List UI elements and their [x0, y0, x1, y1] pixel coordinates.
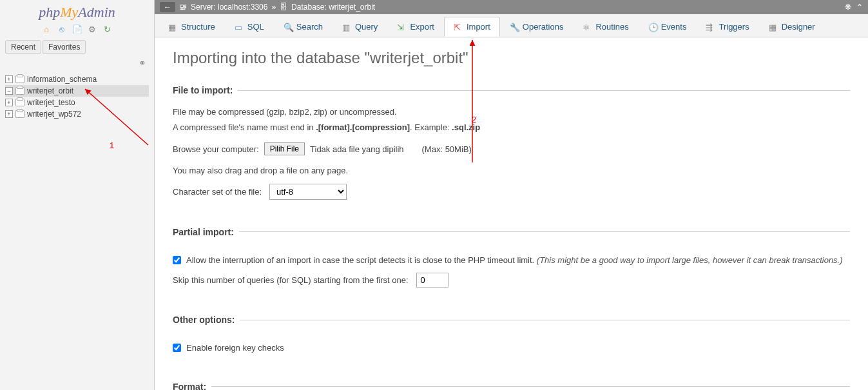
- expand-icon[interactable]: +: [5, 75, 13, 83]
- search-icon: 🔍: [284, 23, 293, 32]
- server-icon: 🖳: [179, 3, 187, 12]
- max-size-label: (Max: 50MiB): [422, 144, 472, 154]
- tab-designer[interactable]: ▦Designer: [759, 17, 825, 37]
- tab-operations[interactable]: 🔧Operations: [500, 17, 574, 37]
- database-icon: [15, 99, 24, 106]
- sql-icon: ▭: [235, 23, 244, 32]
- top-tabs: ▦Structure ▭SQL 🔍Search ▥Query ⇲Export ⇱…: [155, 14, 868, 37]
- file-to-import-fieldset: File to import: File may be compressed (…: [173, 85, 850, 209]
- tab-query[interactable]: ▥Query: [333, 17, 387, 37]
- partial-legend: Partial import:: [173, 227, 239, 237]
- annotation-label-1: 1: [110, 141, 114, 150]
- skip-label: Skip this number of queries (for SQL) st…: [173, 275, 409, 285]
- other-legend: Other options:: [173, 315, 240, 325]
- tab-structure[interactable]: ▦Structure: [159, 17, 225, 37]
- page-title: Importing into the database "writerjet_o…: [173, 49, 850, 67]
- format-legend: Format:: [173, 382, 211, 391]
- other-options-fieldset: Other options: Enable foreign key checks: [173, 315, 850, 364]
- breadcrumb-database[interactable]: Database: writerjet_orbit: [291, 3, 375, 12]
- database-icon: [15, 87, 24, 95]
- link-icon[interactable]: ⚭: [139, 58, 146, 68]
- tab-export[interactable]: ⇲Export: [387, 17, 444, 37]
- refresh-icon[interactable]: ↻: [102, 24, 113, 35]
- gear-icon[interactable]: ❋: [845, 3, 851, 12]
- file-hint-2: A compressed file's name must end in .[f…: [173, 121, 850, 134]
- export-icon: ⇲: [397, 23, 406, 32]
- drag-hint: You may also drag and drop a file on any…: [173, 164, 850, 177]
- tab-import[interactable]: ⇱Import: [444, 17, 500, 37]
- charset-label: Character set of the file:: [173, 187, 262, 197]
- file-legend: File to import:: [173, 85, 238, 95]
- db-item-writerjet-orbit[interactable]: – writerjet_orbit: [5, 85, 149, 97]
- logout-icon[interactable]: ⎋: [57, 24, 67, 35]
- db-item-writerjet-testo[interactable]: + writerjet_testo: [5, 97, 149, 108]
- import-icon: ⇱: [454, 23, 463, 32]
- nav-icons: ⌂ ⎋ 📄 ⚙ ↻: [0, 22, 154, 37]
- settings-icon[interactable]: ⚙: [87, 24, 97, 35]
- docs-icon[interactable]: 📄: [72, 24, 82, 35]
- format-fieldset: Format:: [173, 382, 850, 391]
- db-item-information-schema[interactable]: + information_schema: [5, 73, 149, 85]
- tab-routines[interactable]: ⚛Routines: [573, 17, 638, 37]
- allow-interrupt-label[interactable]: Allow the interruption of an import in c…: [186, 254, 843, 267]
- phpmyadmin-logo[interactable]: phpMyAdmin: [0, 0, 154, 22]
- favorites-tab[interactable]: Favorites: [43, 40, 86, 54]
- breadcrumb: ← 🖳 Server: localhost:3306 » 🗄 Database:…: [155, 0, 868, 14]
- expand-icon[interactable]: +: [5, 99, 13, 106]
- fk-checks-label[interactable]: Enable foreign key checks: [186, 342, 284, 355]
- operations-icon: 🔧: [510, 23, 519, 32]
- collapse-icon[interactable]: –: [5, 87, 13, 95]
- file-none-label: Tidak ada file yang dipilih: [310, 144, 404, 154]
- allow-interrupt-checkbox[interactable]: [173, 256, 181, 264]
- tab-triggers[interactable]: ⇶Triggers: [696, 17, 758, 37]
- sidebar: phpMyAdmin ⌂ ⎋ 📄 ⚙ ↻ Recent Favorites ⚭ …: [0, 0, 155, 390]
- breadcrumb-server[interactable]: Server: localhost:3306: [191, 3, 267, 12]
- main-content: ← 🖳 Server: localhost:3306 » 🗄 Database:…: [155, 0, 868, 390]
- database-icon: [15, 110, 24, 118]
- routines-icon: ⚛: [583, 23, 592, 32]
- browse-label: Browse your computer:: [173, 144, 259, 154]
- home-icon[interactable]: ⌂: [41, 24, 52, 35]
- choose-file-button[interactable]: Pilih File: [264, 142, 305, 155]
- back-button[interactable]: ←: [160, 2, 175, 12]
- database-icon: [15, 75, 24, 83]
- query-icon: ▥: [342, 23, 351, 32]
- recent-tab[interactable]: Recent: [5, 40, 41, 54]
- tab-sql[interactable]: ▭SQL: [225, 17, 274, 37]
- file-hint-1: File may be compressed (gzip, bzip2, zip…: [173, 106, 850, 119]
- collapse-panel-icon[interactable]: ⌃: [856, 3, 863, 12]
- skip-queries-input[interactable]: [416, 273, 448, 288]
- partial-import-fieldset: Partial import: Allow the interruption o…: [173, 227, 850, 297]
- events-icon: 🕒: [648, 23, 657, 32]
- fk-checks-checkbox[interactable]: [173, 344, 181, 352]
- annotation-label-2: 2: [472, 115, 476, 124]
- charset-select[interactable]: utf-8: [269, 184, 347, 200]
- expand-icon[interactable]: +: [5, 110, 13, 118]
- db-item-writerjet-wp572[interactable]: + writerjet_wp572: [5, 108, 149, 120]
- triggers-icon: ⇶: [706, 23, 715, 32]
- database-icon: 🗄: [280, 3, 287, 12]
- structure-icon: ▦: [168, 23, 177, 32]
- database-tree: + information_schema – writerjet_orbit +…: [0, 72, 154, 121]
- tab-search[interactable]: 🔍Search: [274, 17, 333, 37]
- tab-events[interactable]: 🕒Events: [639, 17, 697, 37]
- designer-icon: ▦: [769, 23, 778, 32]
